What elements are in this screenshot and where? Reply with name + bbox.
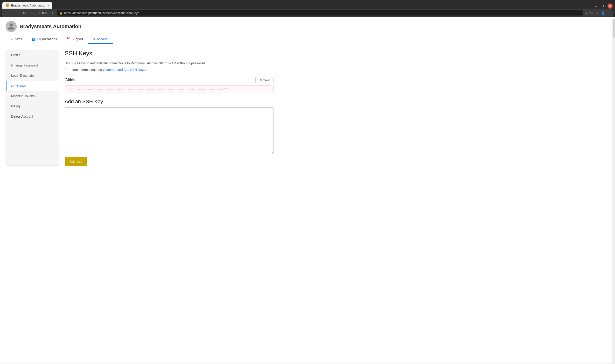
- window-minimize-button[interactable]: –: [595, 4, 597, 8]
- browser-chrome: 🔧 Bradysmeats Automatio... × + – ❐ ✕ ← →…: [0, 0, 615, 17]
- forward-button[interactable]: →: [13, 11, 20, 15]
- security-icon: 🔒: [59, 11, 63, 15]
- content-area: SSH Keys Use SSH keys to authenticate co…: [65, 50, 274, 166]
- window-controls: – ❐ ✕: [595, 3, 613, 9]
- ssh-key-textarea[interactable]: [65, 107, 274, 154]
- ssh-keys-link[interactable]: Generate and Add SSH Keys: [103, 68, 145, 72]
- app-header: Bradysmeats Automation 🗂 Sites 👥 Organiz…: [0, 17, 615, 44]
- support-icon: 🚩: [66, 37, 70, 41]
- user-info: Bradysmeats Automation: [6, 21, 609, 35]
- tab-account-label: Account: [97, 37, 109, 41]
- desc2-prefix: For more information, see: [65, 68, 103, 72]
- tab-sites-label: Sites: [15, 37, 22, 41]
- back-button[interactable]: ←: [5, 11, 11, 15]
- tab-favicon: 🔧: [6, 3, 9, 7]
- app-title: Bradysmeats Automation: [20, 24, 81, 29]
- window-maximize-button[interactable]: ❐: [601, 4, 604, 8]
- ssh-key-entry: Gitlab Remove 00:·······················…: [65, 77, 274, 93]
- main-layout: Profile Change Password Login Destinatio…: [0, 44, 279, 171]
- account-icon: ⚙: [92, 37, 95, 41]
- zoom-level: 100%: [38, 11, 48, 15]
- menu-button[interactable]: ☰: [607, 11, 610, 15]
- tab-organizations-label: Organizations: [37, 37, 57, 41]
- ssh-key-label-row: Gitlab Remove: [65, 77, 274, 83]
- sidebar-item-login-destination[interactable]: Login Destination: [6, 70, 59, 81]
- organizations-icon: 👥: [31, 37, 35, 41]
- home-button[interactable]: —: [29, 11, 36, 15]
- tab-organizations[interactable]: 👥 Organizations: [27, 35, 61, 44]
- new-tab-button[interactable]: +: [53, 2, 60, 9]
- scrollbar-thumb[interactable]: [613, 19, 615, 38]
- url-display: https://dashboard.pantheon.io/users//#ac…: [64, 11, 139, 15]
- sidebar-item-billing[interactable]: Billing: [6, 101, 59, 111]
- ssh-key-name: Gitlab: [65, 78, 76, 82]
- sidebar-item-profile[interactable]: Profile: [6, 50, 59, 60]
- sidebar-item-ssh-keys[interactable]: SSH Keys: [6, 81, 59, 91]
- sites-icon: 🗂: [10, 37, 13, 41]
- browser-tab[interactable]: 🔧 Bradysmeats Automatio... ×: [2, 2, 52, 9]
- tab-title: Bradysmeats Automatio...: [11, 4, 46, 7]
- tab-support[interactable]: 🚩 Support: [62, 35, 88, 44]
- browser-toolbar: ← → ↻ — 100% + 🔒 https://dashboard.panth…: [2, 9, 613, 17]
- toolbar-actions: ··· 🛡 ☆ 👤 ☰: [585, 11, 610, 15]
- nav-tabs: 🗂 Sites 👥 Organizations 🚩 Support ⚙ Acco…: [6, 35, 609, 44]
- address-bar[interactable]: 🔒 https://dashboard.pantheon.io/users//#…: [57, 10, 583, 16]
- remove-key-button[interactable]: Remove: [255, 77, 274, 83]
- add-ssh-title: Add an SSH Key: [65, 99, 274, 104]
- shield-icon[interactable]: 🛡: [590, 11, 593, 15]
- profile-button[interactable]: 👤: [601, 11, 605, 15]
- scrollbar[interactable]: [612, 19, 615, 363]
- window-close-button[interactable]: ✕: [608, 3, 613, 9]
- sidebar-item-change-password[interactable]: Change Password: [6, 60, 59, 70]
- sidebar-item-delete-account[interactable]: Delete Account: [6, 111, 59, 122]
- avatar: [6, 21, 17, 32]
- description-1: Use SSH keys to authenticate connections…: [65, 61, 274, 66]
- ssh-fingerprint: 00:·····································…: [65, 85, 274, 93]
- sidebar: Profile Change Password Login Destinatio…: [6, 50, 59, 166]
- desc2-suffix: .: [146, 68, 147, 72]
- app-container: Bradysmeats Automation 🗂 Sites 👥 Organiz…: [0, 17, 615, 363]
- more-options-button[interactable]: ···: [585, 11, 588, 15]
- tab-support-label: Support: [72, 37, 83, 41]
- reload-button[interactable]: ↻: [21, 10, 27, 15]
- add-key-button[interactable]: Add Key: [65, 157, 87, 166]
- page-title: SSH Keys: [65, 50, 274, 57]
- sidebar-item-machine-tokens[interactable]: Machine Tokens: [6, 91, 59, 101]
- tab-sites[interactable]: 🗂 Sites: [6, 35, 27, 44]
- description-2: For more information, see Generate and A…: [65, 67, 274, 72]
- tab-close-button[interactable]: ×: [47, 4, 49, 7]
- bookmark-button[interactable]: ☆: [596, 11, 599, 15]
- tab-account[interactable]: ⚙ Account: [88, 35, 113, 44]
- zoom-in-button[interactable]: +: [50, 11, 55, 15]
